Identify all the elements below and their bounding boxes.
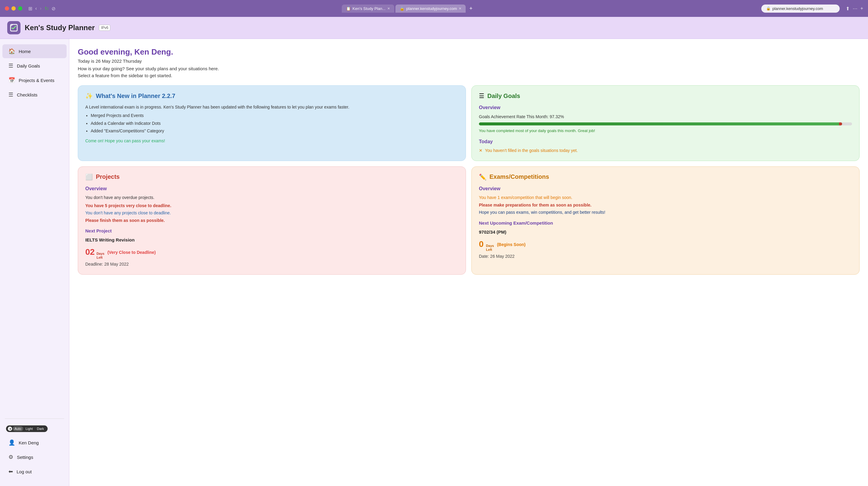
projects-deadline-row: 02 Days Left (Very Close to Deadline)	[85, 245, 458, 260]
tab-label: Ken's Study Plan...	[352, 6, 385, 11]
card-goals-header: ☰ Daily Goals	[479, 92, 852, 99]
projects-next-name: IELTS Writing Revision	[85, 236, 458, 244]
back-icon[interactable]: ‹	[35, 6, 37, 11]
sidebar-divider	[5, 419, 64, 419]
projects-icon: 📅	[8, 77, 15, 84]
main-content: Good evening, Ken Deng. Today is 26 May …	[69, 39, 868, 486]
wand-icon: ✨	[85, 92, 93, 99]
forward-icon[interactable]: ›	[40, 6, 41, 11]
sidebar-nav: 🏠 Home ☰ Daily Goals 📅 Projects & Events…	[0, 44, 69, 415]
tab-close-icon[interactable]: ✕	[387, 7, 390, 10]
maximize-button[interactable]	[18, 6, 22, 10]
card-exams-header: ✏️ Exams/Competitions	[479, 173, 852, 181]
sidebar-item-settings[interactable]: ⚙ Settings	[2, 450, 67, 464]
goals-today-section: Today ✕ You haven't filled in the goals …	[479, 138, 852, 154]
projects-finish-soon: Please finish them as soon as possible.	[85, 217, 458, 224]
tab-close-active-icon[interactable]: ✕	[459, 7, 461, 10]
checklists-icon: ☰	[8, 91, 13, 98]
theme-button-group[interactable]: ◑ Auto Light Dark	[6, 425, 48, 432]
warning-icon: ✕	[479, 147, 483, 154]
sidebar-label-daily-goals: Daily Goals	[17, 63, 40, 68]
card-whats-new: ✨ What's New in Planner 2.2.7 A Level in…	[78, 85, 466, 161]
subtitle: How is your day going? See your study pl…	[78, 66, 860, 71]
exams-prepare: Please make preparations for them as soo…	[479, 202, 852, 208]
sidebar-label-home: Home	[19, 49, 31, 54]
tab-study-plan[interactable]: 📋 Ken's Study Plan... ✕	[342, 4, 394, 13]
new-tab-icon[interactable]: +	[861, 6, 863, 11]
sidebar-item-logout[interactable]: ⬅ Log out	[2, 464, 67, 479]
close-button[interactable]	[5, 6, 9, 10]
exams-days-box: 0 Days Left	[479, 238, 494, 252]
goals-achievement-text: Goals Achievement Rate This Month: 97.32…	[479, 113, 852, 120]
browser-controls: ⊞ ‹ › ↻ ⊘	[28, 6, 56, 11]
projects-no-close: You don't have any projects close to dea…	[85, 210, 458, 216]
exams-deadline-row: 0 Days Left (Begins Soon)	[479, 238, 852, 252]
theme-light[interactable]: Light	[24, 426, 35, 431]
exams-overview-label: Overview	[479, 185, 852, 193]
card-daily-goals: ☰ Daily Goals Overview Goals Achievement…	[471, 85, 860, 161]
app-header: Ken's Study Planner IPv6	[0, 17, 868, 39]
sidebar-bottom: ◑ Auto Light Dark 👤 Ken Deng ⚙ Settings …	[0, 422, 69, 482]
bullet-1: Merged Projects and Events	[91, 112, 458, 119]
sidebar-item-user[interactable]: 👤 Ken Deng	[2, 436, 67, 450]
refresh-icon[interactable]: ↻	[44, 6, 49, 11]
browser-right: ⬆ ⋯ +	[846, 6, 863, 11]
theme-toggle: ◑ Auto Light Dark	[0, 422, 69, 435]
exams-days-label1: Days	[486, 244, 494, 248]
projects-very-close: You have 5 projects very close to deadli…	[85, 202, 458, 209]
app-title: Ken's Study Planner	[25, 24, 95, 32]
sidebar-toggle-icon[interactable]: ⊞	[28, 6, 32, 11]
exams-card-icon: ✏️	[479, 173, 487, 181]
projects-urgency: (Very Close to Deadline)	[107, 249, 156, 256]
browser-chrome: ⊞ ‹ › ↻ ⊘ 📋 Ken's Study Plan... ✕ 🔒 plan…	[0, 0, 868, 17]
sidebar: 🏠 Home ☰ Daily Goals 📅 Projects & Events…	[0, 39, 69, 486]
sidebar-item-home[interactable]: 🏠 Home	[2, 44, 67, 58]
goals-progress-fill	[479, 122, 842, 125]
tab-planner[interactable]: 🔒 planner.kenstudyjourney.com ✕	[396, 4, 466, 13]
theme-auto[interactable]: Auto	[13, 426, 23, 431]
user-icon: 👤	[8, 439, 15, 446]
goals-overview-label: Overview	[479, 104, 852, 112]
tabs-bar: 📋 Ken's Study Plan... ✕ 🔒 planner.kenstu…	[59, 4, 758, 13]
card-new-body: A Level international exam is in progres…	[85, 104, 458, 144]
more-icon[interactable]: ⋯	[852, 6, 858, 11]
bullet-2: Added a Calendar with Indicator Dots	[91, 120, 458, 127]
daily-goals-icon: ☰	[8, 62, 13, 69]
ipv6-badge: IPv6	[99, 25, 110, 31]
projects-days-label1: Days	[96, 252, 104, 256]
exams-begins-soon: You have 1 exam/competition that will be…	[479, 194, 852, 201]
card-goals-body: Overview Goals Achievement Rate This Mon…	[479, 104, 852, 154]
card-projects-body: Overview You don't have any overdue proj…	[85, 185, 458, 268]
sidebar-item-daily-goals[interactable]: ☰ Daily Goals	[2, 59, 67, 73]
sidebar-item-checklists[interactable]: ☰ Checklists	[2, 88, 67, 101]
sidebar-label-logout: Log out	[17, 469, 32, 474]
goals-icon: ☰	[479, 92, 484, 99]
card-new-text: A Level international exam is in progres…	[85, 104, 458, 110]
cards-grid: ✨ What's New in Planner 2.2.7 A Level in…	[78, 85, 860, 275]
card-exams-title: Exams/Competitions	[490, 173, 549, 180]
exams-date: Date: 26 May 2022	[479, 253, 852, 260]
exams-hope: Hope you can pass exams, win competition…	[479, 209, 852, 216]
card-exams-body: Overview You have 1 exam/competition tha…	[479, 185, 852, 260]
new-tab-button[interactable]: +	[467, 5, 475, 12]
settings-icon: ⚙	[8, 454, 13, 460]
minimize-button[interactable]	[11, 6, 16, 10]
sidebar-label-projects: Projects & Events	[19, 78, 54, 83]
home-icon[interactable]: ⊘	[52, 6, 56, 11]
projects-days-number: 02	[85, 245, 95, 259]
projects-days-label2: Left	[96, 256, 104, 260]
projects-no-overdue: You don't have any overdue projects.	[85, 194, 458, 201]
sidebar-item-projects[interactable]: 📅 Projects & Events	[2, 73, 67, 87]
address-text: planner.kenstudyjourney.com	[772, 6, 823, 11]
card-exams: ✏️ Exams/Competitions Overview You have …	[471, 166, 860, 275]
projects-days-box: 02 Days Left	[85, 245, 104, 260]
exams-days-label2: Left	[486, 248, 494, 252]
greeting: Good evening, Ken Deng.	[78, 47, 860, 57]
share-icon[interactable]: ⬆	[846, 6, 849, 11]
goals-today-warning: ✕ You haven't filled in the goals situat…	[479, 147, 852, 154]
theme-dark[interactable]: Dark	[35, 426, 46, 431]
card-projects-header: ⬜ Projects	[85, 173, 458, 181]
home-icon: 🏠	[8, 48, 15, 55]
lock-icon: 🔒	[766, 6, 771, 10]
address-bar[interactable]: 🔒 planner.kenstudyjourney.com	[761, 4, 840, 13]
